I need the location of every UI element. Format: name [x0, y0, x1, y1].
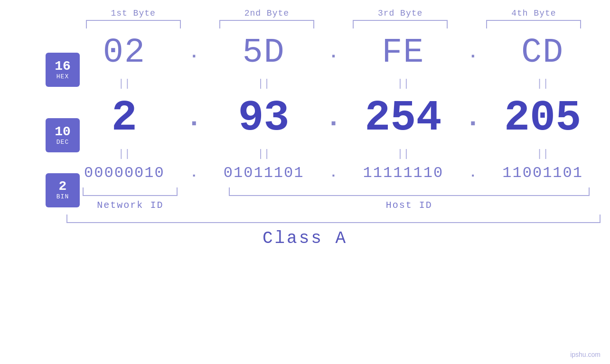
equals-7: ||: [346, 149, 461, 159]
hex-row: 02 . 5D . FE . CD: [0, 28, 610, 77]
dot-sep-bin-1: .: [182, 166, 206, 180]
dot-sep-bin-2: .: [322, 166, 346, 180]
bracket-cell-2: [200, 20, 333, 28]
top-bracket-2: [219, 20, 314, 28]
byte-headers: 1st Byte 2nd Byte 3rd Byte 4th Byte: [0, 0, 610, 18]
bin-value-3: 11111110: [346, 164, 461, 182]
host-id-label: Host ID: [218, 200, 601, 211]
dot-sep-bin-3: .: [461, 166, 485, 180]
byte-header-2: 2nd Byte: [200, 9, 333, 18]
dec-row: 2 . 93 . 254 . 205: [0, 89, 610, 147]
byte-header-3: 3rd Byte: [334, 9, 467, 18]
bin-value-1: 00000010: [66, 164, 182, 182]
main-container: 1st Byte 2nd Byte 3rd Byte 4th Byte 16 H…: [0, 0, 610, 364]
equals-4: ||: [485, 79, 601, 89]
bin-value-4: 11001101: [485, 164, 601, 182]
top-bracket-1: [86, 20, 181, 28]
dec-value-2: 93: [206, 94, 322, 142]
big-bracket: [66, 215, 601, 223]
dot-sep-dec-2: .: [322, 103, 346, 133]
dec-value-3: 254: [346, 94, 461, 142]
bin-badge-label: BIN: [56, 193, 69, 200]
dot-sep-dec-1: .: [182, 103, 206, 133]
bracket-cell-1: [66, 20, 200, 28]
hex-value-4: CD: [485, 33, 601, 72]
id-labels-row: Network ID Host ID: [0, 200, 610, 211]
equals-3: ||: [346, 79, 461, 89]
equals-row-2: || || || ||: [0, 149, 610, 159]
bin-row: 00000010 . 01011101 . 11111110 . 1100110…: [0, 159, 610, 187]
network-id-label: Network ID: [66, 200, 194, 211]
bracket-cell-3: [334, 20, 467, 28]
top-bracket-3: [353, 20, 448, 28]
bottom-brackets-small: [0, 187, 610, 196]
equals-2: ||: [206, 79, 322, 89]
top-brackets-row: [0, 20, 610, 28]
dot-sep-hex-1: .: [182, 43, 206, 63]
big-bracket-row: [0, 215, 610, 223]
class-a-label: Class A: [263, 229, 347, 248]
hex-value-3: FE: [346, 33, 461, 72]
equals-6: ||: [206, 149, 322, 159]
bin-bracket-cell-234: [218, 187, 601, 196]
hex-value-1: 02: [66, 33, 182, 72]
bin-value-2: 01011101: [206, 164, 322, 182]
bin-bracket-234: [229, 187, 590, 196]
dec-value-4: 205: [485, 94, 601, 142]
dot-sep-hex-3: .: [461, 43, 485, 63]
equals-row-1: || || || ||: [0, 79, 610, 89]
bin-bracket-1: [83, 187, 178, 196]
hex-value-2: 5D: [206, 33, 322, 72]
byte-header-4: 4th Byte: [467, 9, 601, 18]
equals-5: ||: [66, 149, 182, 159]
bracket-cell-4: [467, 20, 601, 28]
dot-sep-hex-2: .: [322, 43, 346, 63]
top-bracket-4: [486, 20, 581, 28]
equals-1: ||: [66, 79, 182, 89]
watermark: ipshu.com: [570, 351, 601, 358]
equals-8: ||: [485, 149, 601, 159]
byte-header-1: 1st Byte: [66, 9, 200, 18]
bin-bracket-cell-1: [66, 187, 194, 196]
dot-sep-dec-3: .: [461, 103, 485, 133]
dec-value-1: 2: [66, 94, 182, 142]
